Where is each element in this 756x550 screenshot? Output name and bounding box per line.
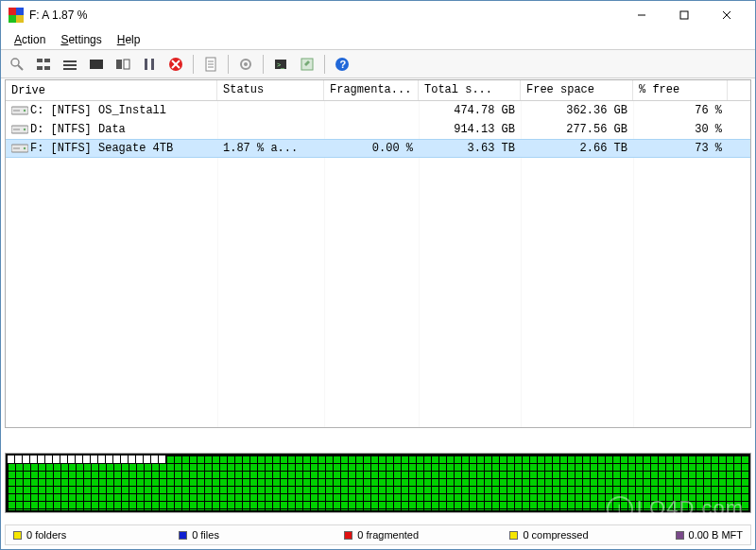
mft-band [8, 455, 166, 463]
cell-drive: D: [NTFS] Data [30, 123, 126, 136]
svg-rect-16 [145, 59, 147, 70]
svg-rect-1 [680, 11, 688, 19]
titlebar: F: A 1.87 % [1, 1, 755, 29]
cell-total: 474.78 GB [419, 102, 521, 119]
close-button[interactable] [705, 1, 747, 29]
legend-bar: 0 folders 0 files 0 fragmented 0 compres… [5, 524, 751, 545]
svg-rect-6 [37, 59, 43, 62]
col-status[interactable]: Status [217, 80, 324, 100]
legend-files: 0 files [179, 529, 344, 541]
cell-pfree: 30 % [633, 121, 728, 138]
svg-point-36 [24, 129, 26, 130]
svg-rect-7 [44, 59, 50, 62]
drive-icon [11, 143, 26, 154]
legend-folders: 0 folders [13, 529, 179, 541]
options-icon[interactable] [233, 53, 258, 76]
pause-icon[interactable] [137, 53, 162, 76]
svg-point-33 [24, 110, 26, 112]
svg-rect-40 [13, 147, 20, 149]
table-header: Drive Status Fragmenta... Total s... Fre… [6, 80, 750, 101]
quick-optimize-icon[interactable] [31, 53, 56, 76]
cell-fragmentation: 0.00 % [324, 140, 419, 157]
folders-swatch [13, 531, 22, 540]
svg-point-39 [24, 147, 26, 149]
col-free-space[interactable]: Free space [521, 80, 633, 100]
mft-swatch [676, 531, 684, 540]
svg-rect-14 [116, 60, 122, 69]
stop-icon[interactable] [163, 53, 188, 76]
compressed-swatch [509, 531, 518, 540]
legend-files-label: 0 files [192, 529, 219, 541]
legend-compressed: 0 compressed [509, 529, 675, 541]
svg-rect-17 [151, 59, 154, 70]
files-swatch [179, 531, 187, 540]
table-row[interactable]: F: [NTFS] Seagate 4TB1.87 % a...0.00 %3.… [6, 139, 750, 158]
svg-rect-11 [63, 64, 77, 66]
col-total-space[interactable]: Total s... [419, 80, 521, 100]
legend-mft-label: 0.00 B MFT [689, 529, 743, 541]
defrag-icon[interactable] [111, 53, 135, 76]
legend-fragmented: 0 fragmented [344, 529, 509, 541]
optimize-mft-icon[interactable] [84, 53, 109, 76]
svg-rect-12 [63, 68, 77, 70]
table-row[interactable]: D: [NTFS] Data914.13 GB277.56 GB30 % [6, 120, 750, 139]
report-icon[interactable] [198, 53, 223, 76]
cell-free: 362.36 GB [521, 102, 633, 119]
menu-help[interactable]: Help [110, 31, 148, 48]
analyze-icon[interactable] [5, 53, 29, 76]
separator [263, 55, 264, 74]
full-optimize-icon[interactable] [58, 53, 82, 76]
legend-compressed-label: 0 compressed [523, 529, 588, 541]
legend-folders-label: 0 folders [26, 529, 66, 541]
separator [193, 55, 194, 74]
help-icon[interactable]: ? [330, 53, 354, 76]
window-title: F: A 1.87 % [29, 9, 87, 22]
minimize-button[interactable] [620, 1, 662, 29]
svg-rect-8 [37, 66, 43, 70]
cell-total: 914.13 GB [419, 121, 521, 138]
script-icon[interactable]: >_ [268, 53, 293, 76]
cell-total: 3.63 TB [419, 140, 521, 157]
maximize-button[interactable] [662, 1, 705, 29]
legend-mft: 0.00 B MFT [676, 529, 743, 541]
svg-rect-34 [13, 110, 20, 112]
svg-rect-37 [13, 129, 20, 130]
svg-text:?: ? [340, 59, 347, 70]
cell-fragmentation [324, 109, 419, 112]
cluster-map[interactable] [5, 453, 751, 513]
drive-icon [11, 124, 26, 135]
col-drive[interactable]: Drive [6, 80, 217, 100]
cell-fragmentation [324, 128, 419, 131]
fragmented-swatch [344, 531, 352, 540]
svg-rect-9 [44, 66, 50, 70]
cell-status [217, 109, 324, 112]
table-row[interactable]: C: [NTFS] OS_Install474.78 GB362.36 GB76… [6, 101, 750, 120]
table-body: C: [NTFS] OS_Install474.78 GB362.36 GB76… [6, 101, 750, 427]
app-icon [9, 8, 24, 23]
drive-icon [11, 105, 26, 116]
svg-line-5 [18, 65, 23, 70]
cell-pfree: 76 % [633, 102, 728, 119]
menubar: Action Settings Help [1, 29, 755, 50]
svg-text:>_: >_ [277, 61, 284, 69]
menu-settings[interactable]: Settings [53, 31, 109, 48]
svg-rect-15 [124, 60, 129, 69]
separator [324, 55, 325, 74]
legend-fragmented-label: 0 fragmented [357, 529, 419, 541]
repair-icon[interactable] [295, 53, 319, 76]
cell-status: 1.87 % a... [217, 140, 324, 157]
col-percent-free[interactable]: % free [633, 80, 728, 100]
cell-free: 277.56 GB [521, 121, 633, 138]
cell-drive: F: [NTFS] Seagate 4TB [30, 142, 173, 155]
window-controls [620, 1, 747, 29]
menu-action[interactable]: Action [7, 31, 53, 48]
cell-status [217, 128, 324, 131]
toolbar: >_ ? [1, 50, 755, 78]
svg-rect-13 [90, 60, 103, 69]
separator [228, 55, 229, 74]
col-fragmentation[interactable]: Fragmenta... [324, 80, 419, 100]
svg-point-4 [11, 59, 19, 66]
svg-point-26 [244, 62, 248, 66]
cell-pfree: 73 % [633, 140, 728, 157]
cluster-grid [8, 455, 748, 510]
